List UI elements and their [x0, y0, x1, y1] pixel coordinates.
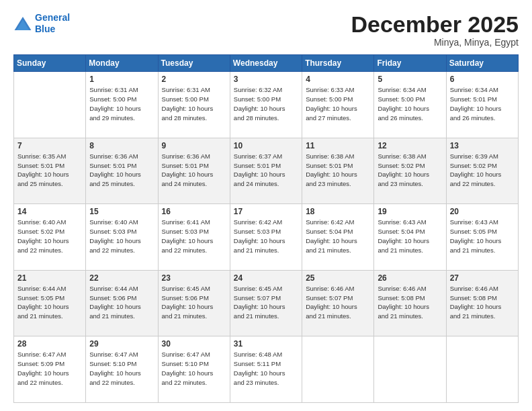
day-info: Sunrise: 6:46 AMSunset: 5:08 PMDaylight:… — [450, 284, 515, 321]
day-number: 7 — [17, 141, 82, 150]
calendar-cell — [446, 336, 518, 403]
calendar-cell: 28Sunrise: 6:47 AMSunset: 5:09 PMDayligh… — [14, 336, 86, 403]
day-number: 5 — [378, 75, 442, 84]
day-number: 19 — [378, 207, 442, 216]
day-number: 4 — [306, 75, 370, 84]
calendar-cell: 26Sunrise: 6:46 AMSunset: 5:08 PMDayligh… — [374, 270, 446, 336]
calendar-cell: 19Sunrise: 6:43 AMSunset: 5:04 PMDayligh… — [374, 204, 446, 271]
calendar-cell: 13Sunrise: 6:39 AMSunset: 5:02 PMDayligh… — [446, 138, 518, 204]
day-info: Sunrise: 6:38 AMSunset: 5:01 PMDaylight:… — [306, 152, 370, 189]
calendar-cell: 18Sunrise: 6:42 AMSunset: 5:04 PMDayligh… — [302, 204, 374, 271]
calendar-cell: 31Sunrise: 6:48 AMSunset: 5:11 PMDayligh… — [230, 336, 302, 403]
day-info: Sunrise: 6:37 AMSunset: 5:01 PMDaylight:… — [234, 152, 298, 189]
subtitle: Minya, Minya, Egypt — [351, 37, 519, 48]
calendar-header-row: SundayMondayTuesdayWednesdayThursdayFrid… — [14, 55, 519, 72]
page: General Blue December 2025 Minya, Minya,… — [0, 0, 532, 411]
day-info: Sunrise: 6:38 AMSunset: 5:02 PMDaylight:… — [378, 152, 442, 189]
weekday-header: Wednesday — [230, 55, 302, 72]
day-number: 12 — [378, 141, 442, 150]
day-number: 9 — [162, 141, 226, 150]
logo-icon — [13, 15, 32, 32]
calendar-cell: 3Sunrise: 6:32 AMSunset: 5:00 PMDaylight… — [230, 72, 302, 138]
day-info: Sunrise: 6:40 AMSunset: 5:02 PMDaylight:… — [17, 218, 82, 255]
day-info: Sunrise: 6:42 AMSunset: 5:03 PMDaylight:… — [234, 218, 298, 255]
weekday-header: Monday — [86, 55, 158, 72]
calendar-cell: 6Sunrise: 6:34 AMSunset: 5:01 PMDaylight… — [446, 72, 518, 138]
day-info: Sunrise: 6:41 AMSunset: 5:03 PMDaylight:… — [162, 218, 226, 255]
day-info: Sunrise: 6:34 AMSunset: 5:00 PMDaylight:… — [378, 85, 442, 122]
calendar-cell: 24Sunrise: 6:45 AMSunset: 5:07 PMDayligh… — [230, 270, 302, 336]
day-number: 11 — [306, 141, 370, 150]
day-number: 6 — [450, 75, 515, 84]
day-info: Sunrise: 6:48 AMSunset: 5:11 PMDaylight:… — [234, 350, 298, 387]
weekday-header: Sunday — [14, 55, 86, 72]
day-info: Sunrise: 6:39 AMSunset: 5:02 PMDaylight:… — [450, 152, 515, 189]
calendar-cell: 11Sunrise: 6:38 AMSunset: 5:01 PMDayligh… — [302, 138, 374, 204]
calendar-week-row: 1Sunrise: 6:31 AMSunset: 5:00 PMDaylight… — [14, 72, 519, 138]
day-number: 13 — [450, 141, 515, 150]
calendar-cell: 10Sunrise: 6:37 AMSunset: 5:01 PMDayligh… — [230, 138, 302, 204]
day-info: Sunrise: 6:45 AMSunset: 5:07 PMDaylight:… — [234, 284, 298, 321]
day-info: Sunrise: 6:32 AMSunset: 5:00 PMDaylight:… — [234, 85, 298, 122]
title-block: December 2025 Minya, Minya, Egypt — [351, 12, 519, 48]
day-info: Sunrise: 6:36 AMSunset: 5:01 PMDaylight:… — [162, 152, 226, 189]
day-number: 14 — [17, 207, 82, 216]
day-number: 31 — [234, 339, 298, 349]
day-info: Sunrise: 6:35 AMSunset: 5:01 PMDaylight:… — [17, 152, 82, 189]
calendar-cell — [14, 72, 86, 138]
calendar-cell: 23Sunrise: 6:45 AMSunset: 5:06 PMDayligh… — [158, 270, 230, 336]
day-info: Sunrise: 6:44 AMSunset: 5:05 PMDaylight:… — [17, 284, 82, 321]
logo-general: General — [35, 12, 70, 23]
day-number: 18 — [306, 207, 370, 216]
day-number: 2 — [162, 75, 226, 84]
day-number: 17 — [234, 207, 298, 216]
day-number: 28 — [17, 339, 82, 349]
calendar-week-row: 14Sunrise: 6:40 AMSunset: 5:02 PMDayligh… — [14, 204, 519, 271]
day-number: 1 — [89, 75, 154, 84]
calendar-week-row: 7Sunrise: 6:35 AMSunset: 5:01 PMDaylight… — [14, 138, 519, 204]
day-number: 20 — [450, 207, 515, 216]
day-number: 30 — [162, 339, 226, 349]
day-number: 10 — [234, 141, 298, 150]
day-number: 27 — [450, 273, 515, 283]
day-info: Sunrise: 6:31 AMSunset: 5:00 PMDaylight:… — [162, 85, 226, 122]
day-number: 26 — [378, 273, 442, 283]
weekday-header: Friday — [374, 55, 446, 72]
calendar-cell: 1Sunrise: 6:31 AMSunset: 5:00 PMDaylight… — [86, 72, 158, 138]
calendar-cell: 17Sunrise: 6:42 AMSunset: 5:03 PMDayligh… — [230, 204, 302, 271]
calendar-week-row: 21Sunrise: 6:44 AMSunset: 5:05 PMDayligh… — [14, 270, 519, 336]
day-info: Sunrise: 6:40 AMSunset: 5:03 PMDaylight:… — [89, 218, 154, 255]
day-number: 15 — [89, 207, 154, 216]
calendar-cell: 12Sunrise: 6:38 AMSunset: 5:02 PMDayligh… — [374, 138, 446, 204]
calendar-cell: 2Sunrise: 6:31 AMSunset: 5:00 PMDaylight… — [158, 72, 230, 138]
day-info: Sunrise: 6:46 AMSunset: 5:07 PMDaylight:… — [306, 284, 370, 321]
month-title: December 2025 — [351, 12, 519, 37]
day-info: Sunrise: 6:45 AMSunset: 5:06 PMDaylight:… — [162, 284, 226, 321]
day-info: Sunrise: 6:43 AMSunset: 5:05 PMDaylight:… — [450, 218, 515, 255]
day-number: 8 — [89, 141, 154, 150]
weekday-header: Thursday — [302, 55, 374, 72]
day-number: 21 — [17, 273, 82, 283]
calendar-cell: 8Sunrise: 6:36 AMSunset: 5:01 PMDaylight… — [86, 138, 158, 204]
day-info: Sunrise: 6:34 AMSunset: 5:01 PMDaylight:… — [450, 85, 515, 122]
day-info: Sunrise: 6:31 AMSunset: 5:00 PMDaylight:… — [89, 85, 154, 122]
calendar-cell: 22Sunrise: 6:44 AMSunset: 5:06 PMDayligh… — [86, 270, 158, 336]
weekday-header: Saturday — [446, 55, 518, 72]
calendar-cell: 9Sunrise: 6:36 AMSunset: 5:01 PMDaylight… — [158, 138, 230, 204]
day-number: 16 — [162, 207, 226, 216]
logo-text: General Blue — [35, 12, 70, 35]
calendar-cell: 30Sunrise: 6:47 AMSunset: 5:10 PMDayligh… — [158, 336, 230, 403]
day-info: Sunrise: 6:47 AMSunset: 5:10 PMDaylight:… — [89, 350, 154, 387]
logo: General Blue — [13, 12, 70, 35]
calendar-cell: 16Sunrise: 6:41 AMSunset: 5:03 PMDayligh… — [158, 204, 230, 271]
day-info: Sunrise: 6:47 AMSunset: 5:10 PMDaylight:… — [162, 350, 226, 387]
calendar-cell: 14Sunrise: 6:40 AMSunset: 5:02 PMDayligh… — [14, 204, 86, 271]
day-number: 23 — [162, 273, 226, 283]
day-info: Sunrise: 6:46 AMSunset: 5:08 PMDaylight:… — [378, 284, 442, 321]
day-number: 22 — [89, 273, 154, 283]
logo-blue: Blue — [35, 24, 55, 34]
day-info: Sunrise: 6:43 AMSunset: 5:04 PMDaylight:… — [378, 218, 442, 255]
header: General Blue December 2025 Minya, Minya,… — [13, 12, 519, 48]
calendar-cell: 29Sunrise: 6:47 AMSunset: 5:10 PMDayligh… — [86, 336, 158, 403]
day-info: Sunrise: 6:47 AMSunset: 5:09 PMDaylight:… — [17, 350, 82, 387]
